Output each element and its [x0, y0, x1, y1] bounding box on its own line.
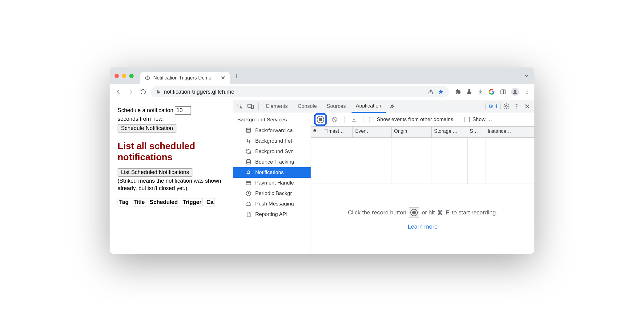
window-close-button[interactable] — [115, 74, 119, 78]
url-text: notification-triggers.glitch.me — [164, 89, 234, 95]
note-text: (Striked means the notification was show… — [118, 177, 225, 192]
empty-mid: or hit — [422, 209, 435, 216]
share-icon[interactable] — [428, 89, 433, 95]
sidebar-item-reporting-api[interactable]: Reporting API — [233, 209, 311, 220]
svg-rect-11 — [489, 105, 493, 108]
issues-badge[interactable]: 1 — [485, 103, 501, 110]
svg-rect-1 — [157, 91, 159, 94]
devtools-tabstrip: Elements Console Sources Application 1 — [233, 100, 534, 113]
sidebar-item-label: Bounce Tracking — [255, 159, 294, 165]
db-icon — [245, 159, 252, 165]
column-index[interactable]: # — [311, 127, 322, 137]
bell-icon — [245, 169, 252, 176]
tab-sources[interactable]: Sources — [322, 100, 350, 113]
event-table-header: # Timest… Event Origin Storage … S… Inst… — [311, 127, 534, 138]
fetch-icon — [245, 138, 252, 144]
labs-icon[interactable] — [466, 89, 472, 95]
browser-tab[interactable]: Notification Triggers Demo ✕ — [140, 72, 230, 84]
clock-icon — [245, 190, 252, 197]
column-event[interactable]: Event — [353, 127, 392, 137]
device-toolbar-icon[interactable] — [246, 102, 255, 111]
sidebar-item-label: Push Messaging — [255, 201, 294, 207]
window-maximize-button[interactable] — [129, 74, 134, 78]
sidebar-item-label: Periodic Backgr — [255, 190, 292, 197]
show-truncated-checkbox[interactable]: Show … — [465, 116, 492, 123]
list-notifications-button[interactable]: List Scheduled Notifications — [118, 168, 192, 177]
sidebar-heading: Background Services — [233, 113, 311, 125]
sidebar-item-push-messaging[interactable]: Push Messaging — [233, 199, 311, 209]
sidebar-item-label: Notifications — [255, 169, 284, 176]
record-button[interactable] — [317, 116, 324, 123]
window-minimize-button[interactable] — [122, 74, 126, 78]
show-other-domains-checkbox[interactable]: Show events from other domains — [369, 116, 453, 123]
devtools-action-bar: Show events from other domains Show … — [311, 113, 534, 127]
tab-title: Notification Triggers Demo — [153, 75, 211, 81]
sidebar-item-bounce-tracking[interactable]: Bounce Tracking — [233, 157, 311, 167]
globe-icon — [145, 75, 150, 81]
cloud-icon — [245, 201, 252, 207]
back-button[interactable] — [114, 87, 123, 96]
column-instance[interactable]: Instance… — [485, 127, 534, 137]
card-icon — [245, 180, 252, 186]
svg-point-15 — [516, 108, 517, 108]
save-download-icon[interactable] — [349, 115, 359, 124]
sidebar-item-background-fet[interactable]: Background Fet — [233, 136, 311, 146]
clear-icon[interactable] — [330, 115, 339, 124]
seconds-input[interactable] — [175, 106, 191, 115]
db-icon — [245, 128, 252, 134]
forward-button[interactable] — [126, 87, 135, 96]
address-bar[interactable]: notification-triggers.glitch.me — [151, 86, 449, 97]
profile-avatar[interactable] — [511, 88, 519, 96]
devtools-main-panel: Show events from other domains Show … # … — [311, 113, 534, 254]
column-timestamp[interactable]: Timest… — [322, 127, 353, 137]
schedule-notification-button[interactable]: Schedule Notification — [118, 124, 176, 132]
new-tab-button[interactable]: ＋ — [233, 71, 240, 80]
svg-point-16 — [246, 128, 250, 129]
tab-console[interactable]: Console — [293, 100, 321, 113]
kebab-menu-icon[interactable] — [512, 102, 521, 111]
svg-point-7 — [526, 93, 527, 94]
lock-icon — [156, 89, 161, 94]
sync-icon — [245, 148, 252, 155]
svg-point-17 — [246, 159, 250, 161]
extensions-icon[interactable] — [455, 89, 461, 95]
tabs-dropdown-button[interactable] — [524, 73, 529, 79]
close-tab-icon[interactable]: ✕ — [221, 75, 225, 81]
panel-icon[interactable] — [500, 89, 506, 95]
svg-rect-3 — [501, 90, 505, 94]
svg-rect-18 — [246, 181, 251, 185]
google-icon[interactable] — [488, 88, 495, 95]
settings-icon[interactable] — [502, 102, 511, 111]
sidebar-item-periodic-backgr[interactable]: Periodic Backgr — [233, 188, 311, 199]
devtools-sidebar: Background Services Back/forward caBackg… — [233, 113, 311, 254]
tab-application[interactable]: Application — [352, 100, 386, 113]
schedule-prefix: Schedule a notification — [118, 107, 173, 113]
bookmark-star-icon[interactable] — [438, 89, 444, 95]
svg-point-13 — [516, 104, 517, 105]
downloads-icon[interactable] — [477, 89, 483, 95]
web-page: Schedule a notification seconds from now… — [110, 100, 233, 254]
empty-state: Click the record button or hit ⌘ E to st… — [311, 184, 534, 254]
empty-suffix: to start recording. — [452, 209, 497, 216]
sidebar-item-notifications[interactable]: Notifications — [233, 167, 311, 178]
doc-icon — [245, 211, 252, 217]
column-s[interactable]: S… — [467, 127, 485, 137]
more-tabs-icon[interactable] — [387, 102, 396, 111]
column-storage[interactable]: Storage … — [432, 127, 467, 137]
inspect-element-icon[interactable] — [235, 102, 245, 111]
record-icon — [409, 207, 419, 218]
learn-more-link[interactable]: Learn more — [408, 223, 437, 230]
tab-elements[interactable]: Elements — [262, 100, 292, 113]
sidebar-item-label: Payment Handle — [255, 180, 294, 186]
reload-button[interactable] — [139, 87, 148, 96]
page-table-header: Tag Title Scheduled Trigger Ca — [118, 198, 225, 206]
record-button-highlight — [314, 113, 327, 126]
sidebar-item-background-syn[interactable]: Background Syn — [233, 146, 311, 157]
browser-toolbar: notification-triggers.glitch.me — [110, 84, 534, 100]
column-origin[interactable]: Origin — [392, 127, 432, 137]
close-devtools-icon[interactable] — [523, 102, 532, 111]
tab-strip: Notification Triggers Demo ✕ ＋ — [110, 67, 534, 84]
sidebar-item-payment-handle[interactable]: Payment Handle — [233, 178, 311, 188]
menu-icon[interactable] — [524, 89, 530, 95]
sidebar-item-back-forward-ca[interactable]: Back/forward ca — [233, 125, 311, 136]
